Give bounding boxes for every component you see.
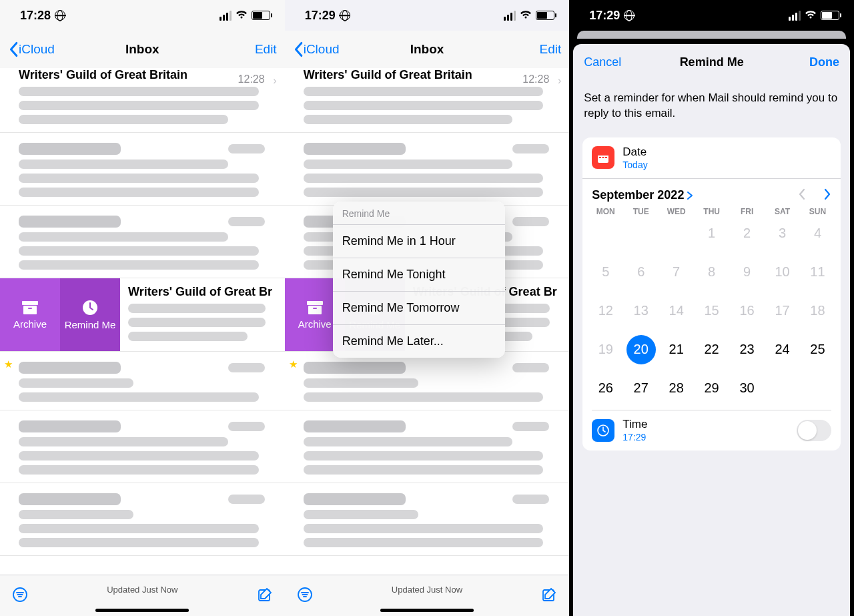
mail-row[interactable]: ★ — [0, 352, 285, 410]
mail-list[interactable]: Writers' Guild of Great Britain 12:28 › … — [285, 68, 570, 575]
calendar-day[interactable]: 11 — [800, 258, 835, 287]
battery-icon — [252, 11, 270, 20]
swipe-remind-button[interactable]: Remind Me — [60, 278, 120, 351]
location-icon — [55, 10, 65, 21]
star-icon: ★ — [289, 358, 298, 370]
calendar-grid: 1234567891011121314151617181920212223242… — [582, 216, 841, 410]
chevron-right-icon: › — [558, 75, 561, 87]
star-icon: ★ — [4, 358, 13, 370]
back-button[interactable]: iCloud — [8, 41, 55, 57]
calendar-day[interactable]: 30 — [729, 374, 765, 403]
status-time: 17:29 — [305, 9, 336, 23]
calendar-day[interactable]: 6 — [623, 258, 659, 287]
toolbar: Updated Just Now — [0, 575, 285, 616]
time-row[interactable]: Time 17:29 — [582, 410, 841, 450]
cellular-icon — [789, 11, 801, 21]
calendar-day[interactable]: 22 — [694, 335, 729, 364]
edit-button[interactable]: Edit — [540, 42, 562, 57]
pane-inbox-popover: 17:29 iCloud Inbox Edit Writers' Guild o… — [285, 0, 570, 616]
calendar-day[interactable]: 7 — [659, 258, 694, 287]
time-label: Time — [622, 418, 647, 431]
calendar-day[interactable]: 5 — [588, 258, 623, 287]
calendar-day[interactable]: 20 — [623, 335, 659, 364]
remind-1hour-option[interactable]: Remind Me in 1 Hour — [333, 225, 505, 258]
mail-row-swiped[interactable]: Archive Remind Me Writers' Guild of Grea… — [0, 278, 285, 352]
calendar-day[interactable]: 15 — [694, 296, 729, 326]
month-picker[interactable]: September 2022 — [592, 188, 693, 202]
calendar-day[interactable]: 4 — [800, 219, 835, 248]
archive-icon — [21, 300, 39, 315]
remind-tonight-option[interactable]: Remind Me Tonight — [333, 258, 505, 292]
svg-rect-6 — [307, 301, 323, 305]
calendar-day[interactable]: 21 — [659, 335, 694, 364]
svg-rect-7 — [308, 306, 322, 314]
home-indicator[interactable] — [95, 609, 189, 612]
mail-row[interactable] — [285, 133, 570, 206]
pane-remind-sheet: 17:29 Cancel Remind Me Done Set a remind… — [569, 0, 854, 616]
calendar-day[interactable]: 24 — [765, 335, 800, 364]
calendar-day[interactable]: 10 — [765, 258, 800, 287]
calendar-day[interactable]: 2 — [729, 219, 765, 248]
reminder-card: Date Today September 2022 MONTUEWEDTHUFR… — [582, 137, 841, 451]
calendar-day[interactable]: 29 — [694, 374, 729, 403]
back-button[interactable]: iCloud — [293, 41, 340, 57]
calendar-day[interactable]: 16 — [729, 296, 765, 326]
calendar-day[interactable]: 3 — [765, 219, 800, 248]
prev-month-button[interactable] — [798, 188, 806, 203]
chevron-right-icon — [687, 191, 693, 200]
mail-row[interactable]: Writers' Guild of Great Britain 12:28 › — [0, 68, 285, 133]
mail-row[interactable]: Writers' Guild of Great Britain 12:28 › — [285, 68, 570, 133]
remind-later-option[interactable]: Remind Me Later... — [333, 325, 505, 358]
time-value: 17:29 — [622, 432, 647, 442]
cancel-button[interactable]: Cancel — [584, 55, 621, 69]
calendar-day[interactable]: 23 — [729, 335, 765, 364]
mail-row[interactable] — [0, 410, 285, 483]
calendar-day[interactable]: 9 — [729, 258, 765, 287]
done-button[interactable]: Done — [809, 55, 839, 69]
back-label: iCloud — [19, 42, 55, 57]
calendar-day[interactable]: 25 — [800, 335, 835, 364]
nav-bar: iCloud Inbox Edit — [285, 31, 570, 68]
status-bar: 17:29 — [285, 0, 570, 31]
calendar-day[interactable]: 17 — [765, 296, 800, 326]
mail-row[interactable] — [0, 483, 285, 556]
mail-row[interactable] — [285, 410, 570, 483]
edit-button[interactable]: Edit — [255, 42, 277, 57]
calendar-day[interactable]: 27 — [623, 374, 659, 403]
date-row[interactable]: Date Today — [582, 137, 841, 179]
calendar-day[interactable]: 13 — [623, 296, 659, 326]
calendar-day[interactable]: 19 — [588, 335, 623, 364]
svg-rect-8 — [313, 308, 317, 309]
svg-rect-16 — [605, 157, 607, 158]
mail-row[interactable] — [285, 483, 570, 556]
nav-bar: iCloud Inbox Edit — [0, 31, 285, 68]
calendar-day[interactable]: 12 — [588, 296, 623, 326]
svg-rect-14 — [599, 157, 601, 158]
time-toggle[interactable] — [797, 420, 831, 441]
sender: Writers' Guild of Great Britain — [19, 68, 274, 82]
remind-tomorrow-option[interactable]: Remind Me Tomorrow — [333, 292, 505, 325]
status-time: 17:29 — [589, 9, 620, 23]
clock-icon — [82, 300, 98, 316]
clock-icon — [592, 419, 614, 442]
calendar-day[interactable]: 1 — [694, 219, 729, 248]
swipe-archive-button[interactable]: Archive — [0, 278, 60, 351]
mail-row[interactable] — [0, 206, 285, 278]
sender: Writers' Guild of Great Br — [128, 285, 274, 299]
calendar-day[interactable]: 18 — [800, 296, 835, 326]
status-time: 17:28 — [20, 9, 51, 23]
calendar-day[interactable]: 26 — [588, 374, 623, 403]
calendar-day[interactable]: 28 — [659, 374, 694, 403]
mail-row[interactable]: ★ — [285, 352, 570, 410]
sheet-description: Set a reminder for when Mail should remi… — [573, 80, 850, 137]
calendar-day — [659, 219, 694, 248]
calendar-day[interactable]: 14 — [659, 296, 694, 326]
battery-icon — [536, 11, 554, 20]
updated-label: Updated Just Now — [285, 585, 570, 595]
mail-list[interactable]: Writers' Guild of Great Britain 12:28 › … — [0, 68, 285, 575]
calendar-day[interactable]: 8 — [694, 258, 729, 287]
home-indicator[interactable] — [380, 609, 474, 612]
wifi-icon — [805, 9, 817, 23]
mail-row[interactable] — [0, 133, 285, 206]
next-month-button[interactable] — [823, 188, 831, 203]
